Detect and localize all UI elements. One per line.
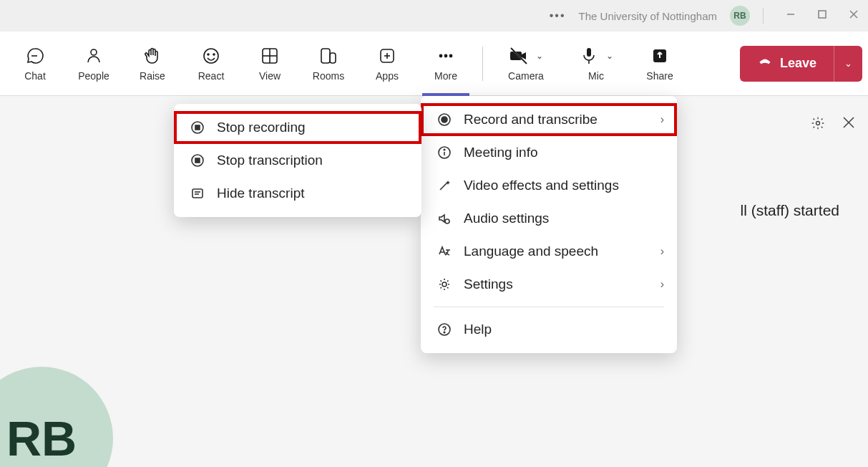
submenu-stop-recording-label: Stop recording: [217, 120, 306, 135]
chat-icon: [25, 46, 45, 66]
speaker-settings-icon: [437, 211, 452, 226]
transcript-notice-text: ll (staff) started: [741, 202, 840, 219]
submenu-stop-recording[interactable]: Stop recording: [174, 111, 421, 144]
rooms-button[interactable]: Rooms: [299, 32, 358, 95]
chevron-right-icon: ›: [660, 113, 664, 126]
react-icon: [201, 46, 221, 66]
people-icon: [84, 46, 104, 66]
submenu-stop-transcription-label: Stop transcription: [217, 153, 323, 168]
svg-rect-41: [195, 158, 200, 163]
menu-meeting-info-label: Meeting info: [464, 145, 538, 160]
more-label: More: [434, 70, 457, 82]
share-button[interactable]: Share: [630, 32, 689, 95]
title-bar: ••• The University of Nottingham RB: [0, 0, 868, 32]
minimize-window-icon[interactable]: [784, 9, 798, 22]
submenu-stop-transcription[interactable]: Stop transcription: [174, 144, 421, 177]
maximize-window-icon[interactable]: [815, 9, 829, 22]
panel-settings-icon[interactable]: [811, 116, 825, 133]
chevron-right-icon: ›: [660, 245, 664, 258]
apps-icon: [377, 46, 397, 66]
menu-language-speech-label: Language and speech: [464, 244, 598, 259]
apps-label: Apps: [376, 70, 399, 82]
svg-rect-13: [330, 53, 336, 63]
chat-label: Chat: [24, 70, 46, 82]
svg-point-29: [442, 117, 447, 122]
svg-point-7: [208, 54, 209, 55]
menu-separator: [434, 307, 664, 307]
apps-button[interactable]: Apps: [358, 32, 416, 95]
svg-point-25: [816, 122, 820, 125]
chevron-right-icon: ›: [660, 278, 664, 291]
gear-icon: [437, 276, 452, 292]
view-label: View: [259, 70, 281, 82]
more-button[interactable]: More: [416, 32, 475, 95]
rooms-icon: [318, 46, 338, 66]
leave-label: Leave: [780, 56, 816, 71]
chevron-down-icon: ⌄: [844, 58, 852, 69]
meeting-toolbar: Chat People Raise React View Rooms: [0, 32, 868, 96]
people-button[interactable]: People: [64, 32, 123, 95]
menu-record-transcribe-label: Record and transcribe: [464, 112, 598, 127]
menu-audio-settings[interactable]: Audio settings: [421, 202, 677, 235]
svg-point-17: [439, 54, 442, 57]
submenu-hide-transcript-label: Hide transcript: [217, 186, 305, 201]
menu-meeting-info[interactable]: Meeting info: [421, 136, 677, 169]
record-submenu: Stop recording Stop transcription Hide t…: [174, 104, 421, 217]
leave-phone-icon: [757, 54, 773, 73]
camera-chevron-icon[interactable]: ⌄: [536, 51, 543, 61]
leave-button[interactable]: Leave: [740, 46, 834, 82]
leave-dropdown-button[interactable]: ⌄: [834, 46, 862, 82]
menu-settings-label: Settings: [464, 276, 513, 292]
raise-hand-button[interactable]: Raise: [123, 32, 182, 95]
svg-point-6: [204, 49, 218, 63]
view-button[interactable]: View: [240, 32, 299, 95]
svg-point-5: [91, 49, 97, 55]
menu-record-transcribe[interactable]: Record and transcribe ›: [421, 103, 677, 136]
chat-button[interactable]: Chat: [6, 32, 64, 95]
user-avatar[interactable]: RB: [730, 6, 750, 26]
participant-avatar: RB: [0, 367, 113, 467]
svg-point-37: [444, 332, 445, 333]
language-icon: [437, 244, 452, 259]
mic-chevron-icon[interactable]: ⌄: [606, 51, 613, 61]
svg-line-33: [440, 183, 447, 190]
menu-video-effects-label: Video effects and settings: [464, 178, 619, 193]
raise-label: Raise: [140, 70, 165, 82]
help-icon: [437, 322, 452, 337]
camera-button[interactable]: ⌄ Camera: [490, 32, 562, 95]
svg-rect-42: [192, 189, 203, 198]
view-icon: [260, 46, 280, 66]
menu-video-effects[interactable]: Video effects and settings: [421, 169, 677, 202]
titlebar-more-icon[interactable]: •••: [550, 9, 566, 22]
wand-icon: [437, 178, 452, 193]
more-menu: Record and transcribe › Meeting info Vid…: [421, 96, 677, 353]
rooms-label: Rooms: [313, 70, 344, 82]
menu-audio-settings-label: Audio settings: [464, 211, 549, 226]
react-button[interactable]: React: [182, 32, 240, 95]
people-label: People: [78, 70, 109, 82]
mic-icon: [579, 46, 599, 66]
stop-recording-icon: [190, 120, 205, 135]
close-window-icon[interactable]: [847, 9, 861, 22]
menu-help[interactable]: Help: [421, 313, 677, 346]
info-icon: [437, 145, 452, 160]
panel-close-icon[interactable]: [842, 116, 855, 133]
svg-rect-22: [587, 48, 591, 57]
react-label: React: [198, 70, 225, 82]
record-icon: [437, 112, 452, 127]
menu-language-speech[interactable]: Language and speech ›: [421, 235, 677, 268]
hide-transcript-icon: [190, 186, 205, 201]
svg-point-19: [449, 54, 452, 57]
menu-settings[interactable]: Settings ›: [421, 268, 677, 301]
toolbar-separator: [482, 47, 483, 81]
org-name-label: The University of Nottingham: [579, 10, 717, 22]
svg-point-35: [442, 282, 447, 287]
more-icon: [436, 46, 456, 66]
svg-rect-12: [321, 49, 330, 63]
mic-button[interactable]: ⌄ Mic: [562, 32, 630, 95]
submenu-hide-transcript[interactable]: Hide transcript: [174, 177, 421, 210]
svg-rect-1: [819, 11, 826, 18]
svg-point-8: [213, 54, 215, 55]
svg-point-34: [445, 219, 449, 223]
camera-label: Camera: [508, 70, 544, 82]
